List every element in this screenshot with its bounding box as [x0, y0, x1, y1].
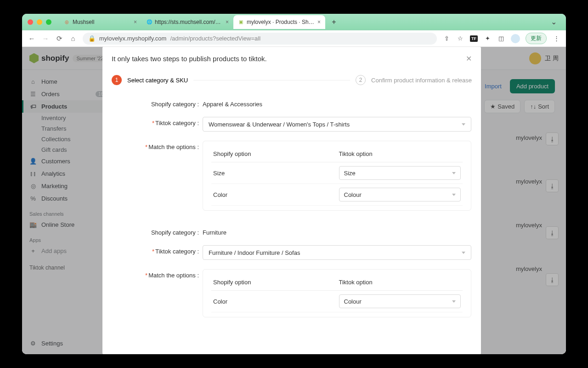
shopify-category-value: Furniture	[203, 226, 226, 236]
close-icon[interactable]: ×	[317, 19, 321, 25]
row-shopify-category-2: Shopify category : Furniture	[112, 222, 472, 241]
row-match-options-2: *Match the options : Shopify optionTikto…	[112, 264, 472, 322]
tiktok-option-select[interactable]: Size	[339, 166, 461, 180]
new-tab-button[interactable]: +	[328, 16, 340, 28]
modal-body: Shopify category : Apparel & Accessories…	[102, 93, 481, 354]
shopify-category-label: Shopify category :	[112, 226, 199, 236]
browser-window: ◎Mushsell× 🌐https://sts.muchsell.com/aut…	[22, 14, 566, 354]
shopify-category-label: Shopify category :	[112, 98, 199, 108]
tab-shopify[interactable]: ▣mylovelyx · Products · Shopify×	[233, 15, 325, 29]
options-table-2: Shopify optionTiktok option ColorColour	[203, 269, 471, 317]
tab-mushsell[interactable]: ◎Mushsell×	[59, 15, 141, 29]
tiktok-option-select[interactable]: Colour	[339, 294, 461, 308]
browser-tabs: ◎Mushsell× 🌐https://sts.muchsell.com/aut…	[59, 15, 547, 29]
home-icon[interactable]: ⌂	[69, 34, 77, 42]
star-icon[interactable]: ☆	[456, 34, 464, 43]
shopify-option-cell: Size	[211, 162, 337, 184]
tab-label: mylovelyx · Products · Shopify	[247, 19, 315, 25]
close-icon[interactable]: ×	[226, 19, 229, 25]
close-icon[interactable]: ×	[134, 19, 137, 25]
tiktok-category-label: *Tiktok category :	[112, 245, 199, 255]
tiktok-category-select[interactable]: Furniture / Indoor Furniture / Sofas	[203, 245, 471, 260]
col-shopify-option: Shopify option	[211, 274, 337, 291]
tab-overflow[interactable]: ⌄	[547, 16, 560, 28]
row-tiktok-category-2: *Tiktok category : Furniture / Indoor Fu…	[112, 241, 472, 264]
reload-icon[interactable]: ⟳	[55, 34, 63, 43]
close-window[interactable]	[28, 19, 33, 25]
step-1-badge: 1	[112, 75, 122, 85]
stepper: 1 Select category & SKU 2 Confirm produc…	[102, 70, 481, 93]
option-row: ColorColour	[211, 184, 463, 206]
menu-icon[interactable]: ⋮	[552, 34, 560, 43]
tiktok-category-select[interactable]: Womenswear & Underwear / Women's Tops / …	[203, 117, 471, 132]
profile-avatar-icon[interactable]	[511, 34, 520, 43]
favicon-shopify: ▣	[238, 19, 244, 25]
url-path: /admin/products?selectedView=all	[170, 35, 260, 42]
close-icon[interactable]: ✕	[466, 54, 472, 63]
share-icon[interactable]: ⇧	[442, 34, 451, 43]
tiktok-category-label: *Tiktok category :	[112, 117, 199, 126]
modal-title: It only takes two steps to publish produ…	[112, 55, 267, 63]
titlebar: ◎Mushsell× 🌐https://sts.muchsell.com/aut…	[22, 14, 566, 30]
col-tiktok-option: Tiktok option	[337, 274, 463, 291]
row-match-options-1: *Match the options : Shopify optionTikto…	[112, 136, 472, 215]
favicon-generic: 🌐	[146, 19, 152, 25]
minimize-window[interactable]	[37, 19, 42, 25]
shopify-category-value: Apparel & Accessories	[203, 98, 262, 108]
back-icon[interactable]: ←	[28, 34, 36, 42]
step-2-badge: 2	[356, 75, 366, 85]
tiktok-option-select[interactable]: Colour	[339, 188, 461, 201]
shopify-option-cell: Color	[211, 184, 337, 206]
col-tiktok-option: Tiktok option	[337, 146, 463, 162]
row-tiktok-category-1: *Tiktok category : Womenswear & Underwea…	[112, 112, 472, 136]
window-controls	[28, 19, 51, 25]
tab-auth[interactable]: 🌐https://sts.muchsell.com/auth/×	[141, 15, 233, 29]
extensions-icon[interactable]: ✦	[483, 34, 492, 43]
address-input[interactable]: 🔒 mylovelyx.myshopify.com/admin/products…	[83, 33, 437, 45]
step-2-label: Confirm product information & release	[371, 77, 472, 84]
tf-extension-icon[interactable]: TF	[470, 35, 478, 42]
url-bar: ← → ⟳ ⌂ 🔒 mylovelyx.myshopify.com/admin/…	[22, 30, 566, 47]
options-table-1: Shopify optionTiktok option SizeSize Col…	[203, 141, 471, 211]
step-1-label: Select category & SKU	[127, 77, 188, 84]
shopify-app: shopify Summer '22 🔍Search 卫 周 ⌂Home ☰Or…	[22, 47, 566, 354]
maximize-window[interactable]	[46, 19, 51, 25]
modal-header: It only takes two steps to publish produ…	[102, 47, 481, 70]
url-host: mylovelyx.myshopify.com	[99, 35, 166, 42]
option-row: ColorColour	[211, 291, 463, 312]
stepper-line	[193, 80, 350, 80]
sidepanel-icon[interactable]: ◫	[497, 34, 505, 43]
match-options-label: *Match the options :	[112, 269, 199, 279]
lock-icon: 🔒	[88, 35, 96, 42]
option-row: SizeSize	[211, 162, 463, 184]
publish-modal: It only takes two steps to publish produ…	[102, 47, 481, 354]
row-shopify-category-1: Shopify category : Apparel & Accessories	[112, 93, 472, 112]
shopify-option-cell: Color	[211, 291, 337, 312]
update-button[interactable]: 更新	[526, 33, 547, 44]
forward-icon[interactable]: →	[41, 34, 50, 42]
col-shopify-option: Shopify option	[211, 146, 337, 162]
tab-label: Mushsell	[73, 19, 94, 25]
tab-label: https://sts.muchsell.com/auth/	[155, 19, 223, 25]
favicon-mushsell: ◎	[63, 19, 70, 25]
match-options-label: *Match the options :	[112, 141, 199, 150]
